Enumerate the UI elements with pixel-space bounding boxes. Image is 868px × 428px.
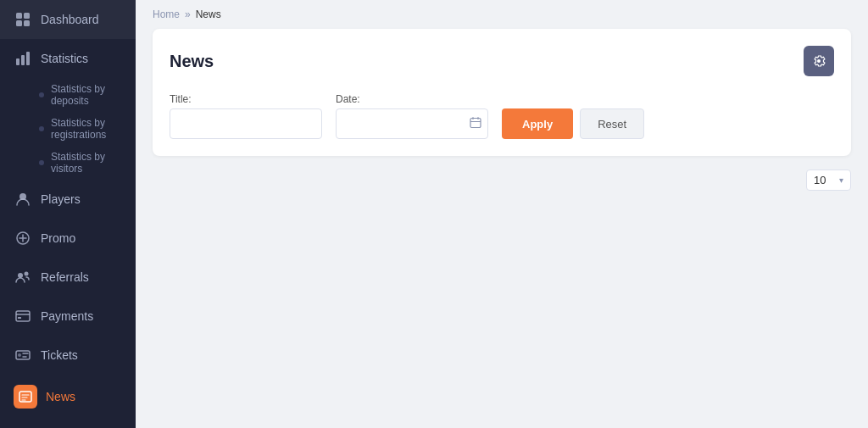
card-header: News: [170, 46, 834, 76]
tickets-icon: [14, 346, 32, 364]
date-input-wrapper: [336, 108, 488, 139]
breadcrumb-current: News: [196, 8, 221, 20]
title-label: Title:: [170, 93, 322, 105]
chevron-down-icon: ▾: [839, 175, 843, 185]
sidebar-item-referrals[interactable]: Referrals: [0, 258, 136, 297]
sidebar-item-label: News: [46, 390, 75, 403]
sidebar-item-label: Tickets: [41, 348, 78, 362]
content-area: News Title: Date:: [136, 29, 868, 428]
statistics-icon: [14, 49, 32, 68]
filter-row: Title: Date:: [170, 93, 834, 139]
promo-icon: [14, 229, 32, 247]
filter-buttons: Apply Reset: [502, 108, 644, 139]
dashboard-icon: [14, 10, 32, 29]
date-label: Date:: [336, 93, 488, 105]
sidebar-item-dashboard[interactable]: Dashboard: [0, 0, 136, 39]
sidebar-sub-visitors[interactable]: Statistics by visitors: [0, 146, 136, 180]
sidebar-item-statistics[interactable]: Statistics: [0, 39, 136, 78]
sidebar-sub-deposits[interactable]: Statistics by deposits: [0, 78, 136, 112]
sidebar-item-label: Promo: [41, 231, 75, 245]
sidebar-item-promo[interactable]: Promo: [0, 219, 136, 258]
per-page-select[interactable]: 10 25 50 100 ▾: [806, 170, 851, 191]
settings-button[interactable]: [804, 46, 834, 76]
reset-button[interactable]: Reset: [580, 108, 644, 139]
payments-icon: [14, 307, 32, 325]
svg-rect-2: [16, 20, 22, 26]
svg-rect-3: [24, 20, 30, 26]
page-title: News: [170, 52, 214, 71]
svg-rect-11: [16, 311, 30, 321]
news-card: News Title: Date:: [153, 29, 851, 156]
sidebar-item-account[interactable]: Account: [0, 419, 136, 428]
apply-button[interactable]: Apply: [502, 108, 573, 139]
svg-rect-1: [24, 13, 30, 19]
breadcrumb-separator: »: [185, 8, 191, 20]
per-page-dropdown[interactable]: 10 25 50 100: [814, 174, 836, 186]
main-content: Home » News News Title: D: [136, 0, 868, 428]
sidebar-item-players[interactable]: Players: [0, 180, 136, 219]
sidebar-item-news[interactable]: News: [0, 375, 136, 419]
pagination-row: 10 25 50 100 ▾: [153, 170, 851, 191]
date-field: Date:: [336, 93, 488, 139]
breadcrumb-home[interactable]: Home: [153, 8, 180, 20]
news-icon: [14, 385, 37, 409]
sidebar-item-payments[interactable]: Payments: [0, 297, 136, 336]
sidebar-sub-registrations[interactable]: Statistics by registrations: [0, 112, 136, 146]
statistics-submenu: Statistics by deposits Statistics by reg…: [0, 78, 136, 180]
sidebar-item-tickets[interactable]: Tickets: [0, 336, 136, 375]
svg-rect-4: [16, 58, 19, 65]
sidebar-item-label: Statistics: [41, 52, 88, 65]
date-input[interactable]: [336, 108, 488, 139]
sidebar-item-label: Dashboard: [41, 13, 99, 26]
svg-rect-5: [21, 55, 25, 65]
sidebar: Dashboard Statistics Statistics by depos…: [0, 0, 136, 428]
title-input[interactable]: [170, 108, 322, 139]
sidebar-item-label: Referrals: [41, 270, 89, 284]
svg-point-9: [18, 273, 23, 278]
title-field: Title:: [170, 93, 322, 139]
players-icon: [14, 190, 32, 208]
breadcrumb: Home » News: [136, 0, 868, 29]
svg-rect-6: [26, 52, 30, 65]
sidebar-item-label: Players: [41, 192, 81, 206]
svg-point-10: [25, 272, 29, 276]
sidebar-item-label: Payments: [41, 309, 93, 323]
svg-rect-12: [18, 317, 21, 319]
referrals-icon: [14, 268, 32, 286]
svg-point-14: [18, 353, 21, 357]
svg-rect-0: [16, 13, 22, 19]
